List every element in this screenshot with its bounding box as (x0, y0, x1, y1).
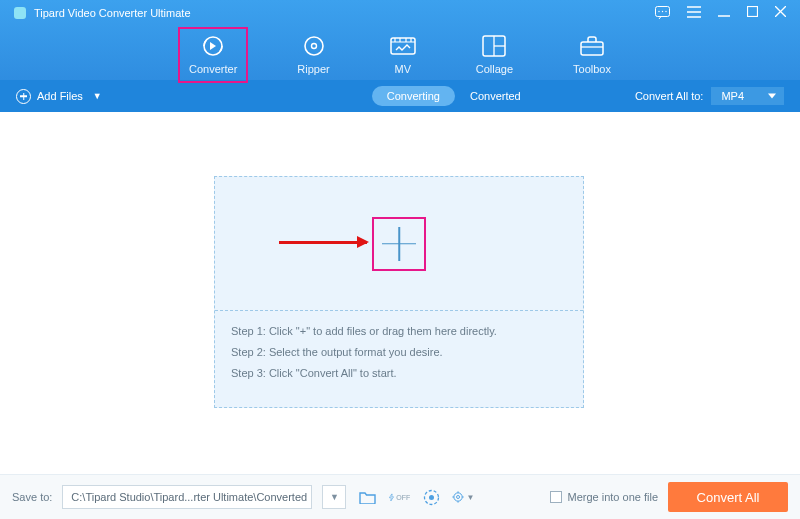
merge-label: Merge into one file (568, 491, 659, 503)
add-files-button[interactable]: Add Files ▼ (16, 89, 102, 104)
high-speed-button[interactable] (420, 486, 442, 508)
step-1: Step 1: Click "+" to add files or drag t… (231, 321, 567, 342)
seg-converted[interactable]: Converted (455, 86, 536, 106)
maximize-icon[interactable] (747, 6, 758, 19)
format-select[interactable]: MP4 (711, 87, 784, 105)
mv-icon (390, 33, 416, 59)
checkbox-icon (550, 491, 562, 503)
main-tabs: Converter Ripper MV Collage Toolbox (0, 27, 800, 83)
output-path-value: C:\Tipard Studio\Tipard...rter Ultimate\… (71, 491, 307, 503)
tab-label: Toolbox (573, 63, 611, 75)
menu-icon[interactable] (687, 6, 701, 19)
tab-label: Ripper (297, 63, 329, 75)
tab-ripper[interactable]: Ripper (286, 27, 340, 83)
tab-label: Collage (476, 63, 513, 75)
plus-circle-icon (16, 89, 31, 104)
bottom-bar: Save to: C:\Tipard Studio\Tipard...rter … (0, 474, 800, 519)
path-dropdown-button[interactable]: ▼ (322, 485, 346, 509)
hw-status: OFF (396, 494, 410, 501)
svg-rect-18 (581, 42, 603, 55)
tab-label: Converter (189, 63, 237, 75)
annotation-arrow-icon (279, 241, 367, 244)
svg-point-13 (311, 44, 316, 49)
convert-all-to-label: Convert All to: (635, 90, 703, 102)
converter-icon (200, 33, 226, 59)
feedback-icon[interactable] (655, 6, 670, 19)
plus-icon (382, 227, 416, 261)
step-3: Step 3: Click "Convert All" to start. (231, 363, 567, 384)
svg-point-22 (454, 493, 462, 501)
hardware-accel-button[interactable]: OFF (388, 486, 410, 508)
workspace: Step 1: Click "+" to add files or drag t… (0, 112, 800, 474)
tab-toolbox[interactable]: Toolbox (562, 27, 622, 83)
merge-checkbox[interactable]: Merge into one file (550, 491, 659, 503)
convert-all-label: Convert All (697, 490, 760, 505)
convert-all-to: Convert All to: MP4 (635, 87, 784, 105)
instructions: Step 1: Click "+" to add files or drag t… (215, 311, 583, 394)
app-logo-icon (14, 7, 26, 19)
collage-icon (481, 33, 507, 59)
drop-zone[interactable]: Step 1: Click "+" to add files or drag t… (214, 176, 584, 408)
close-icon[interactable] (775, 6, 786, 19)
tab-converter[interactable]: Converter (178, 27, 248, 83)
minimize-icon[interactable] (718, 6, 730, 19)
titlebar: Tipard Video Converter Ultimate Con (0, 0, 800, 80)
svg-point-3 (665, 11, 666, 12)
tab-mv[interactable]: MV (379, 27, 427, 83)
step-2: Step 2: Select the output format you des… (231, 342, 567, 363)
chevron-down-icon: ▼ (330, 492, 339, 502)
seg-converting[interactable]: Converting (372, 86, 455, 106)
svg-point-2 (662, 11, 663, 12)
settings-button[interactable]: ▼ (452, 486, 474, 508)
ripper-icon (301, 33, 327, 59)
svg-point-12 (305, 37, 323, 55)
chevron-down-icon: ▼ (466, 493, 474, 502)
svg-point-21 (429, 495, 434, 500)
drop-zone-upper (215, 177, 583, 311)
svg-point-23 (457, 495, 460, 498)
chevron-down-icon: ▼ (93, 91, 102, 101)
open-folder-button[interactable] (356, 486, 378, 508)
svg-rect-8 (748, 7, 758, 17)
add-files-plus-button[interactable] (372, 217, 426, 271)
output-path-field[interactable]: C:\Tipard Studio\Tipard...rter Ultimate\… (62, 485, 312, 509)
svg-point-1 (658, 11, 659, 12)
tab-label: MV (394, 63, 411, 75)
subbar: Add Files ▼ Converting Converted Convert… (0, 80, 800, 112)
format-value: MP4 (721, 90, 744, 102)
status-segment: Converting Converted (372, 86, 536, 106)
tab-collage[interactable]: Collage (465, 27, 524, 83)
toolbox-icon (579, 33, 605, 59)
save-to-label: Save to: (12, 491, 52, 503)
convert-all-button[interactable]: Convert All (668, 482, 788, 512)
app-title: Tipard Video Converter Ultimate (34, 7, 191, 19)
add-files-label: Add Files (37, 90, 83, 102)
window-controls (655, 6, 786, 19)
